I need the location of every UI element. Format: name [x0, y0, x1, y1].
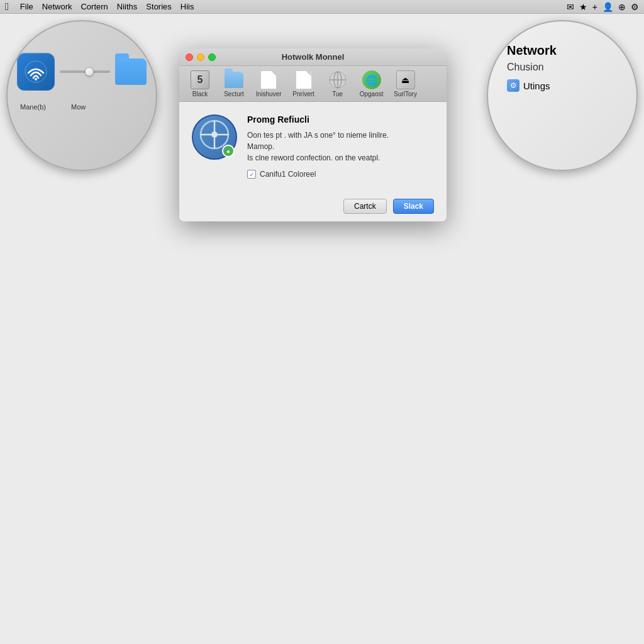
- wifi-app-icon[interactable]: [17, 53, 55, 91]
- toolbar-btn-opgaost[interactable]: 🌐 Opgaost: [356, 69, 387, 99]
- settings-small-icon: ⚙: [507, 79, 519, 92]
- black-label: Black: [192, 91, 208, 97]
- zoom-left-top: [17, 53, 147, 91]
- menubar-niiths[interactable]: Niiths: [117, 2, 138, 11]
- inishuver-label: Inishuver: [256, 91, 282, 97]
- menubar-status-icons: ✉ ★ + 👤 ⊕ ⚙: [567, 2, 639, 12]
- user-icon[interactable]: 👤: [602, 2, 613, 12]
- zoom-right-title: Network: [507, 43, 557, 58]
- menubar-network[interactable]: Network: [42, 2, 72, 11]
- opgaost-icon: 🌐: [362, 70, 382, 90]
- tue-label: Tue: [332, 91, 343, 97]
- menubar-cortern[interactable]: Cortern: [80, 2, 108, 11]
- toolbar-btn-inishuver[interactable]: Inishuver: [252, 69, 286, 99]
- toolbar-btn-tue[interactable]: Tue: [322, 69, 353, 99]
- slider-track[interactable]: [60, 70, 110, 73]
- pnrivert-icon: [294, 70, 314, 90]
- plus-icon[interactable]: +: [592, 2, 597, 12]
- slider-area: [60, 70, 110, 73]
- zoom-right-settings-item[interactable]: ⚙ Utings: [507, 79, 550, 92]
- slider-thumb[interactable]: [85, 67, 94, 76]
- surltory-label: SurlTory: [394, 91, 417, 97]
- dialog-title: Hotwolk Monnel: [282, 52, 345, 62]
- zoom-left-content: Mane(b) Mow: [17, 53, 147, 111]
- dialog-titlebar: Hotwolk Monnel: [179, 48, 447, 66]
- pnrivert-label: Pnrivert: [292, 91, 314, 97]
- toolbar-btn-secturt[interactable]: Secturt: [218, 69, 250, 99]
- dialog-body: ● Promg Refiucli Oon tes pt . with JA s …: [179, 102, 447, 191]
- zoom-right-item-label: Utings: [523, 80, 550, 91]
- folder-icon[interactable]: [115, 58, 147, 85]
- mail-icon[interactable]: ✉: [567, 2, 574, 12]
- dialog-checkbox-label: Canifu1 Coloreel: [260, 170, 316, 179]
- star-icon[interactable]: ★: [579, 2, 587, 12]
- dialog-window: Hotwolk Monnel 5 Black Secturt: [179, 48, 447, 221]
- circle-icon[interactable]: ⊕: [618, 2, 626, 12]
- label-left: Mane(b): [20, 103, 46, 111]
- close-button[interactable]: [186, 53, 193, 61]
- menubar-hiis[interactable]: Hiis: [180, 2, 194, 11]
- tue-icon: [328, 70, 348, 90]
- gear-icon[interactable]: ⚙: [631, 2, 639, 12]
- menubar-file[interactable]: File: [20, 2, 33, 11]
- toolbar-btn-surltory[interactable]: ⏏ SurlTory: [390, 69, 421, 99]
- toolbar-btn-black[interactable]: 5 Black: [184, 69, 216, 99]
- zoom-labels: Mane(b) Mow: [17, 103, 86, 111]
- minimize-button[interactable]: [197, 53, 204, 61]
- label-right: Mow: [71, 103, 86, 111]
- secturt-label: Secturt: [224, 91, 244, 97]
- apple-menu[interactable]: : [5, 1, 9, 13]
- maximize-button[interactable]: [208, 53, 216, 61]
- dialog-toolbar: 5 Black Secturt Inishuver: [179, 66, 447, 102]
- traffic-lights: [186, 53, 216, 61]
- dialog-checkbox[interactable]: ✓: [247, 170, 256, 179]
- inishuver-icon: [258, 70, 279, 90]
- dialog-body-text: Oon tes pt . with JA s one° to nieme lin…: [247, 130, 434, 164]
- svg-point-7: [211, 131, 218, 138]
- svg-point-1: [35, 78, 37, 80]
- surltory-icon: ⏏: [396, 70, 416, 90]
- toolbar-btn-pnrivert[interactable]: Pnrivert: [288, 69, 319, 99]
- menubar:  File Network Cortern Niiths Stories Hi…: [0, 0, 644, 14]
- content-area: Mane(b) Mow Network Chusion ⚙ Utings Hot…: [0, 14, 644, 644]
- dialog-text-area: Promg Refiucli Oon tes pt . with JA s on…: [247, 114, 434, 179]
- opgaost-label: Opgaost: [360, 91, 384, 97]
- primary-button[interactable]: Slack: [393, 199, 434, 214]
- dialog-main-icon: ●: [192, 114, 237, 160]
- dialog-heading: Promg Refiucli: [247, 114, 434, 125]
- cancel-button[interactable]: Cartck: [343, 199, 387, 214]
- zoom-circle-left: Mane(b) Mow: [6, 20, 157, 171]
- dialog-checkbox-area[interactable]: ✓ Canifu1 Coloreel: [247, 170, 434, 179]
- badge-icon: ●: [222, 145, 235, 157]
- black-icon: 5: [190, 70, 210, 90]
- zoom-right-subtitle: Chusion: [507, 62, 544, 73]
- secturt-icon: [224, 70, 244, 90]
- zoom-circle-right: Network Chusion ⚙ Utings: [487, 20, 638, 171]
- dialog-footer: Cartck Slack: [179, 191, 447, 221]
- dialog-icon-area: ●: [192, 114, 237, 179]
- menubar-stories[interactable]: Stories: [146, 2, 171, 11]
